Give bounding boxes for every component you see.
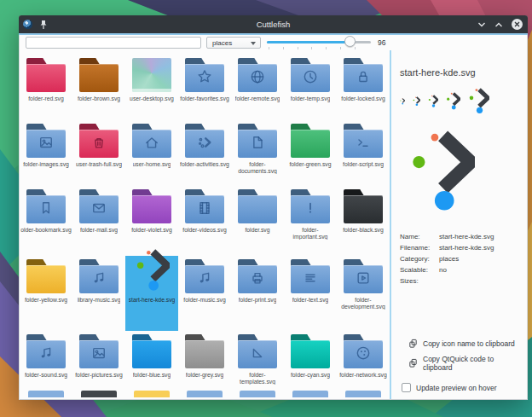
folder-icon xyxy=(26,259,66,293)
icon-grid: folder-red.svgfolder-brown.svguser-deskt… xyxy=(20,50,390,399)
clipped-icon[interactable] xyxy=(231,391,284,397)
icon-size-slider[interactable] xyxy=(267,35,373,51)
clipped-icon[interactable] xyxy=(284,391,337,397)
icon-label: user-trash-full.svg xyxy=(76,161,122,168)
icon-cell-folder-network.svg[interactable]: folder-network.svg xyxy=(337,331,390,391)
folder-icon xyxy=(79,259,119,293)
icon-cell-folder-images.svg[interactable]: folder-images.svg xyxy=(20,120,72,186)
icon-cell-folder-activities.svg[interactable]: folder-activities.svg xyxy=(178,120,231,186)
icon-cell-folder-green.svg[interactable]: folder-green.svg xyxy=(284,120,337,186)
icon-cell-folder-music.svg[interactable]: folder-music.svg xyxy=(178,256,231,331)
icon-cell-folder-blue.svg[interactable]: folder-blue.svg xyxy=(125,331,178,391)
icon-cell-folder-red.svg[interactable]: folder-red.svg xyxy=(20,55,72,120)
icon-cell-folder-remote.svg[interactable]: folder-remote.svg xyxy=(231,55,284,120)
icon-cell-user-trash-full.svg[interactable]: user-trash-full.svg xyxy=(72,120,125,186)
search-input[interactable] xyxy=(26,37,201,49)
checkbox[interactable] xyxy=(402,383,411,392)
detail-value: start-here-kde.svg xyxy=(439,242,494,253)
action-button-copy-qtquick-code[interactable]: Copy QtQuick code to clipboard xyxy=(408,355,520,372)
home-emblem-icon xyxy=(143,134,160,151)
clipped-icon[interactable] xyxy=(125,391,178,397)
icon-label: folder-activities.svg xyxy=(180,161,229,168)
icon-label: folder- documents.svg xyxy=(238,161,277,174)
icon-cell-user-home.svg[interactable]: user-home.svg xyxy=(125,120,178,186)
icon-cell-older-bookmark.svg[interactable]: older-bookmark.svg xyxy=(20,186,72,256)
icon-label: folder-remote.svg xyxy=(235,96,280,102)
icon-cell-folder-favorites.svg[interactable]: folder-favorites.svg xyxy=(178,55,231,120)
folder-icon xyxy=(238,189,277,223)
icon-cell-folder-development.svg[interactable]: folder- development.svg xyxy=(337,256,390,331)
preview-title: start-here-kde.svg xyxy=(400,67,520,78)
globe-emblem-icon xyxy=(249,68,266,85)
icon-grid-row: folder-images.svguser-trash-full.svguser… xyxy=(20,120,390,186)
action-button-copy-icon-name[interactable]: Copy icon name to clipboard xyxy=(408,339,520,349)
icon-cell-folder-cyan.svg[interactable]: folder-cyan.svg xyxy=(284,331,337,391)
icon-cell-folder-print.svg[interactable]: folder-print.svg xyxy=(231,256,284,331)
category-selected-label: places xyxy=(212,39,232,47)
size-preview-strip xyxy=(400,86,520,117)
grid-panel-separator-scrollbar[interactable] xyxy=(390,50,391,399)
folder-icon xyxy=(238,334,277,368)
icon-cell-start-here-kde.svg[interactable]: start-here-kde.svg xyxy=(125,256,178,331)
close-button[interactable] xyxy=(512,19,523,30)
clipped-icon[interactable] xyxy=(72,391,125,397)
icon-label: folder-red.svg xyxy=(28,96,64,102)
icon-cell-folder-violet.svg[interactable]: folder-violet.svg xyxy=(125,186,178,256)
triangle-emblem-icon xyxy=(249,345,266,362)
preview-panel: start-here-kde.svg Name:start-here-kde.s… xyxy=(392,50,527,399)
update-preview-checkbox-row[interactable]: Update preview on hover xyxy=(402,383,520,392)
icon-cell-folder-yellow.svg[interactable]: folder-yellow.svg xyxy=(20,256,72,331)
icon-label: folder-text.svg xyxy=(292,297,329,304)
checkbox-label: Update preview on hover xyxy=(416,384,497,392)
folder-icon xyxy=(26,189,66,223)
network-emblem-icon xyxy=(355,345,372,362)
icon-cell-folder-black.svg[interactable]: folder-black.svg xyxy=(337,186,390,256)
start-here-kde-logo-icon xyxy=(400,98,405,105)
icon-cell-folder-templates.svg[interactable]: folder-templates.svg xyxy=(231,331,284,391)
icon-cell-folder-videos.svg[interactable]: folder-videos.svg xyxy=(178,186,231,256)
icon-cell-folder-script.svg[interactable]: folder-script.svg xyxy=(337,120,390,186)
mail-emblem-icon xyxy=(90,200,107,217)
icon-cell-folder-brown.svg[interactable]: folder-brown.svg xyxy=(72,55,125,120)
icon-cell-folder-text.svg[interactable]: folder-text.svg xyxy=(284,256,337,331)
detail-value: no xyxy=(439,264,447,275)
icon-cell-folder-grey.svg[interactable]: folder-grey.svg xyxy=(178,331,231,391)
icon-label: folder-temp.svg xyxy=(291,96,331,102)
icon-cell-folder-mail.svg[interactable]: folder-mail.svg xyxy=(72,186,125,256)
exclaim-emblem-icon xyxy=(302,200,319,217)
folder-icon xyxy=(238,259,277,293)
folder-icon xyxy=(344,334,383,368)
folder-icon xyxy=(344,124,383,158)
icon-label: folder-network.svg xyxy=(339,372,387,379)
icon-cell-folder.svg[interactable]: folder.svg xyxy=(231,186,284,256)
folder-icon xyxy=(132,334,171,368)
icon-label: folder-violet.svg xyxy=(131,227,172,234)
category-dropdown[interactable]: places xyxy=(206,37,261,49)
icon-cell-library-music.svg[interactable]: library-music.svg xyxy=(72,256,125,331)
icon-cell-folder-sound.svg[interactable]: folder-sound.svg xyxy=(20,331,72,391)
icon-cell-folder-temp.svg[interactable]: folder-temp.svg xyxy=(284,55,337,120)
clipped-icon[interactable] xyxy=(178,391,231,397)
icon-label: folder-brown.svg xyxy=(78,96,120,102)
icon-cell-folder-locked.svg[interactable]: folder-locked.svg xyxy=(337,55,390,120)
icon-cell-folder-documents.svg[interactable]: folder- documents.svg xyxy=(231,120,284,186)
printer-emblem-icon xyxy=(249,269,266,287)
folder-icon xyxy=(238,58,277,92)
clipped-icon[interactable] xyxy=(20,391,72,397)
chevron-down-icon xyxy=(251,42,256,45)
icon-cell-folder-pictures.svg[interactable]: folder-pictures.svg xyxy=(72,331,125,391)
icon-label: folder-mail.svg xyxy=(80,227,118,234)
shade-button-chevron-down-icon[interactable] xyxy=(477,21,486,28)
detail-row-category: Category:places xyxy=(400,253,520,264)
large-preview xyxy=(408,130,520,216)
slider-handle[interactable] xyxy=(344,36,356,47)
panel-actions: Copy icon name to clipboardCopy QtQuick … xyxy=(400,333,520,378)
clipped-icon[interactable] xyxy=(337,391,390,397)
maximize-button-chevron-up-icon[interactable] xyxy=(494,21,503,28)
image-emblem-icon xyxy=(38,134,55,151)
titlebar[interactable]: Cuttlefish xyxy=(19,15,528,33)
folder-icon xyxy=(344,259,383,293)
icon-cell-user-desktop.svg[interactable]: user-desktop.svg xyxy=(125,55,178,120)
icon-label: folder-script.svg xyxy=(343,161,384,168)
icon-cell-folder-important.svg[interactable]: folder-important.svg xyxy=(284,186,337,256)
